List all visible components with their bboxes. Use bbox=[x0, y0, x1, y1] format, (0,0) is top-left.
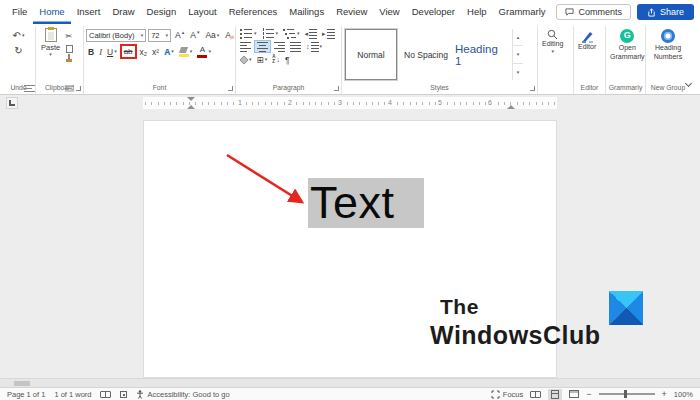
gallery-down-button[interactable]: ▾ bbox=[513, 45, 523, 62]
proofing-icon[interactable] bbox=[100, 391, 111, 398]
font-color-button[interactable]: A ▾ bbox=[195, 45, 213, 58]
share-button[interactable]: Share bbox=[637, 4, 694, 20]
styles-dialog-launcher[interactable] bbox=[530, 86, 535, 91]
gallery-up-button[interactable]: ▴ bbox=[513, 29, 523, 45]
tab-selector[interactable] bbox=[6, 97, 18, 109]
gallery-more-button[interactable]: ▾ bbox=[513, 63, 523, 80]
macro-icon[interactable] bbox=[120, 391, 127, 398]
highlight-color-button[interactable]: ▾ bbox=[177, 45, 195, 58]
multilevel-list-button[interactable]: ▾ bbox=[281, 27, 302, 40]
zoom-out-button[interactable]: − bbox=[586, 389, 591, 399]
focus-button[interactable]: Focus bbox=[491, 390, 523, 399]
zoom-slider[interactable] bbox=[599, 393, 655, 395]
style-heading1[interactable]: Heading 1 bbox=[455, 29, 507, 80]
tab-design[interactable]: Design bbox=[141, 0, 183, 24]
strikethrough-button[interactable]: ab bbox=[124, 47, 133, 56]
cut-button[interactable]: ✂ bbox=[63, 29, 74, 42]
ruler-band[interactable]: 1 2 3 4 5 6 bbox=[143, 97, 557, 109]
accessibility-status[interactable]: Accessibility: Good to go bbox=[136, 390, 229, 399]
web-layout-button[interactable] bbox=[569, 390, 579, 398]
ruler[interactable]: 1 2 3 4 5 6 bbox=[0, 95, 700, 111]
heading-numbers-button[interactable]: Heading Numbers bbox=[648, 27, 688, 82]
quick-access-icon-1[interactable] bbox=[24, 84, 35, 92]
horizontal-scrollbar-thumb[interactable] bbox=[14, 381, 30, 386]
clear-formatting-button[interactable]: A bbox=[223, 29, 233, 42]
editing-button[interactable]: Editing ▾ bbox=[540, 27, 565, 94]
undo-button[interactable]: ↶▾ bbox=[4, 29, 33, 42]
read-mode-button[interactable] bbox=[530, 391, 541, 398]
line-spacing-button[interactable]: ↕▾ bbox=[304, 40, 324, 53]
align-center-button[interactable] bbox=[254, 40, 271, 53]
font-size-combo[interactable]: 72 ▾ bbox=[148, 29, 171, 42]
open-grammarly-button[interactable]: G Open Grammarly bbox=[608, 27, 647, 82]
numbering-button[interactable]: ▾ bbox=[260, 27, 281, 40]
quick-access-icon-2[interactable] bbox=[65, 85, 74, 92]
redo-icon: ↻ bbox=[14, 46, 22, 56]
tab-mailings[interactable]: Mailings bbox=[283, 0, 330, 24]
zoom-in-button[interactable]: + bbox=[662, 389, 667, 399]
copy-button[interactable] bbox=[66, 45, 73, 53]
paragraph-dialog-launcher[interactable] bbox=[334, 86, 339, 91]
first-line-indent-marker[interactable] bbox=[187, 97, 195, 101]
right-indent-marker[interactable] bbox=[507, 105, 515, 109]
search-icon bbox=[547, 29, 558, 40]
sort-button[interactable]: AZ↓ bbox=[270, 53, 282, 66]
grow-font-button[interactable]: A▴ bbox=[173, 29, 186, 42]
increase-indent-button[interactable]: ▸ bbox=[320, 27, 337, 40]
tab-view[interactable]: View bbox=[373, 0, 405, 24]
shrink-font-button[interactable]: A▾ bbox=[188, 29, 201, 42]
tab-developer[interactable]: Developer bbox=[406, 0, 461, 24]
align-center-icon bbox=[257, 41, 268, 52]
style-no-spacing[interactable]: No Spacing bbox=[400, 29, 452, 80]
zoom-level[interactable]: 100% bbox=[674, 390, 693, 399]
chevron-down-icon: ▾ bbox=[114, 49, 117, 54]
clear-format-icon: A bbox=[225, 30, 231, 40]
align-left-button[interactable] bbox=[238, 40, 253, 53]
change-case-button[interactable]: Aa▾ bbox=[203, 29, 221, 42]
superscript-button[interactable]: x² bbox=[150, 45, 161, 58]
horizontal-scrollbar[interactable] bbox=[0, 378, 700, 387]
decrease-indent-button[interactable]: ◂ bbox=[303, 27, 320, 40]
paragraph-group: ▾ ▾ ▾ ◂ ▸ ↕▾ ▾ ⊞▾ AZ↓ ¶ bbox=[236, 26, 342, 94]
show-paragraph-marks-button[interactable]: ¶ bbox=[283, 53, 292, 66]
tab-references[interactable]: References bbox=[223, 0, 284, 24]
tab-draw[interactable]: Draw bbox=[106, 0, 140, 24]
align-right-button[interactable] bbox=[272, 40, 287, 53]
clipboard-dialog-launcher[interactable] bbox=[76, 86, 81, 91]
redo-button[interactable]: ↻ bbox=[4, 44, 33, 57]
justify-button[interactable] bbox=[288, 40, 303, 53]
font-name-combo[interactable]: Calibri (Body) ▾ bbox=[86, 29, 146, 42]
hanging-indent-marker[interactable] bbox=[187, 105, 195, 109]
chevron-down-icon: ▾ bbox=[197, 30, 200, 35]
editor-button[interactable]: Editor bbox=[576, 27, 598, 82]
font-dialog-launcher[interactable] bbox=[228, 86, 233, 91]
tab-file[interactable]: File bbox=[6, 0, 33, 24]
shading-button[interactable]: ▾ bbox=[238, 53, 254, 66]
format-painter-button[interactable] bbox=[65, 54, 74, 63]
print-layout-button[interactable] bbox=[548, 389, 562, 400]
bullets-button[interactable]: ▾ bbox=[238, 27, 259, 40]
selected-text[interactable]: Text bbox=[308, 178, 424, 228]
bold-button[interactable]: B bbox=[86, 45, 96, 58]
zoom-slider-handle[interactable] bbox=[624, 390, 627, 398]
strikethrough-highlight-box: ab bbox=[120, 44, 137, 59]
tab-home[interactable]: Home bbox=[33, 0, 70, 24]
comments-button[interactable]: Comments bbox=[556, 4, 631, 20]
tab-review[interactable]: Review bbox=[330, 0, 373, 24]
accessibility-label: Accessibility: Good to go bbox=[147, 390, 229, 399]
paste-button[interactable]: Paste ▾ bbox=[38, 27, 63, 82]
text-effects-button[interactable]: A▾ bbox=[162, 45, 176, 58]
word-count[interactable]: 1 of 1 word bbox=[54, 390, 91, 399]
tab-layout[interactable]: Layout bbox=[182, 0, 223, 24]
tab-insert[interactable]: Insert bbox=[71, 0, 107, 24]
tab-grammarly[interactable]: Grammarly bbox=[493, 0, 552, 24]
underline-button[interactable]: U▾ bbox=[105, 45, 119, 58]
borders-button[interactable]: ⊞▾ bbox=[255, 53, 270, 66]
page-info[interactable]: Page 1 of 1 bbox=[7, 390, 45, 399]
italic-button[interactable]: I bbox=[97, 45, 104, 58]
borders-icon: ⊞ bbox=[257, 55, 264, 65]
subscript-button[interactable]: x₂ bbox=[138, 45, 150, 58]
chevron-down-icon: ▾ bbox=[320, 44, 323, 49]
style-normal[interactable]: Normal bbox=[345, 29, 397, 80]
tab-help[interactable]: Help bbox=[461, 0, 493, 24]
